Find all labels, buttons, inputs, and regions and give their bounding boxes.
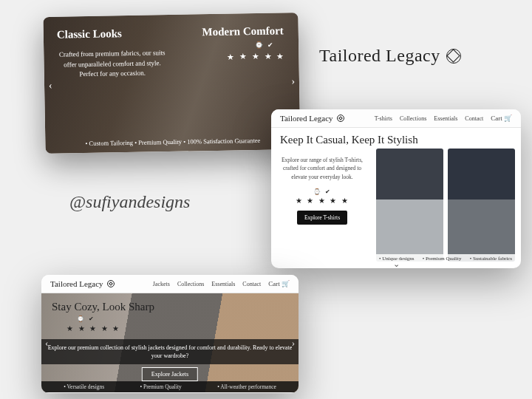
feature-item: • Premium Quality [140,383,181,390]
section-body: Explore our range of stylish T-shirts, c… [279,156,366,181]
nav-collections[interactable]: Collections [400,115,426,122]
explore-tshirts-button[interactable]: Explore T-shirts [297,211,347,225]
brand-logo-icon [107,280,115,287]
feature-bullets: • Custom Tailoring • Premium Quality • 1… [45,136,300,148]
feature-item: • All-weather performance [217,383,276,390]
product-image[interactable] [376,149,443,262]
nav-contact[interactable]: Contact [242,281,261,287]
nav-essentials[interactable]: Essentials [434,115,457,122]
trust-badges: ⌚ ✔ [77,316,95,322]
jackets-hero: Stay Cozy, Look Sharp ⌚ ✔ ★ ★ ★ ★ ★ Expl… [41,293,299,392]
title-classic: Classic Looks [57,27,122,41]
product-image[interactable] [448,149,515,262]
hero-suits-card: Classic Looks Modern Comfort ⌚ ✔ ★ ★ ★ ★… [43,13,300,154]
nav-collections[interactable]: Collections [177,281,204,287]
brand-logo-icon [446,49,461,64]
star-rating: ★ ★ ★ ★ ★ [227,51,285,61]
topbar-nav: T-shirts Collections Essentials Contact … [375,115,512,122]
feature-bullets: • Versatile designs • Premium Quality • … [41,381,299,392]
nav-tshirts[interactable]: T-shirts [375,115,392,122]
star-rating: ★ ★ ★ ★ ★ [66,324,120,332]
trust-badges: ⌚ ✔ [255,41,275,49]
section-title: Stay Cozy, Look Sharp [52,301,154,313]
nav-cart[interactable]: Cart 🛒 [268,280,290,287]
tshirts-window: Tailored Legacy T-shirts Collections Ess… [271,109,521,268]
feature-item: • Premium Quality [423,256,462,262]
window-topbar: Tailored Legacy T-shirts Collections Ess… [271,109,521,128]
topbar-brand[interactable]: Tailored Legacy [280,114,344,123]
section-title: Keep It Casual, Keep It Stylish [280,134,418,146]
feature-item: • Versatile designs [64,383,104,390]
chevron-down-icon[interactable]: ⌄ [393,259,400,268]
brand-lockup: Tailored Legacy [319,46,461,66]
brand-logo-icon [337,115,344,122]
topbar-brand-name: Tailored Legacy [280,114,333,123]
carousel-next-icon[interactable]: › [291,75,295,87]
product-images [373,128,521,267]
feature-item: • Sustainable fabrics [470,256,512,262]
star-rating: ★ ★ ★ ★ ★ [279,197,366,205]
hero-body-text: Crafted from premium fabrics, our suits … [58,48,166,80]
explore-jackets-button[interactable]: Explore Jackets [142,367,198,381]
topbar-nav: Jackets Collections Essentials Contact C… [153,280,290,287]
nav-cart[interactable]: Cart 🛒 [491,115,512,122]
trust-badges: ⌚ ✔ [279,188,366,195]
designer-handle: @sufiyandesigns [69,192,190,212]
title-modern: Modern Comfort [202,24,284,38]
topbar-brand[interactable]: Tailored Legacy [50,279,115,288]
brand-name: Tailored Legacy [319,46,440,66]
window-topbar: Tailored Legacy Jackets Collections Esse… [41,275,299,293]
carousel-prev-icon[interactable]: ‹ [49,79,52,91]
topbar-brand-name: Tailored Legacy [50,279,103,288]
carousel-prev-icon[interactable]: ‹ [45,337,48,349]
nav-contact[interactable]: Contact [465,115,483,122]
nav-essentials[interactable]: Essentials [211,281,235,287]
section-body: Explore our premium collection of stylis… [41,339,299,364]
nav-jackets[interactable]: Jackets [153,281,170,287]
carousel-next-icon[interactable]: › [292,337,295,349]
jackets-window: Tailored Legacy Jackets Collections Esse… [41,275,299,393]
